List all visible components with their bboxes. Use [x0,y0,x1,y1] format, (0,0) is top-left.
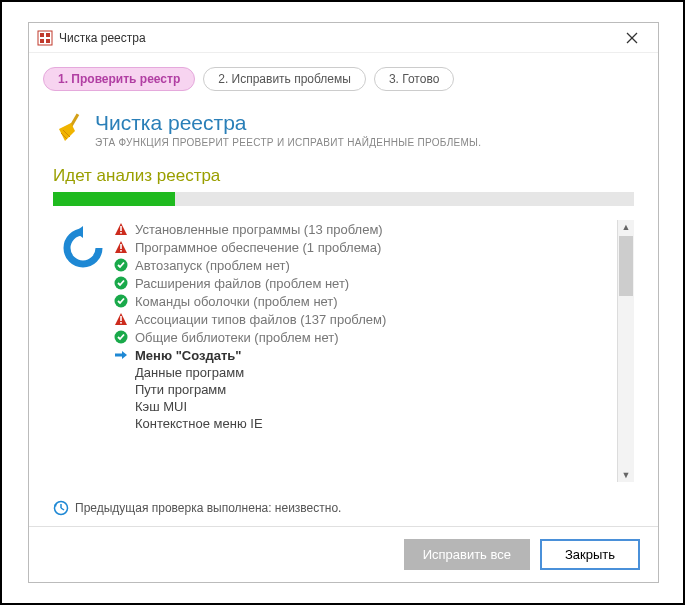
svg-rect-1 [40,33,44,37]
status-text: Идет анализ реестра [29,156,658,192]
check-icon [113,293,129,309]
svg-rect-3 [40,39,44,43]
svg-rect-21 [120,316,122,321]
close-button[interactable]: Закрыть [540,539,640,570]
list-item: Общие библиотеки (проблем нет) [113,328,611,346]
app-icon [37,30,53,46]
arrow-right-icon [113,347,129,363]
svg-marker-25 [122,351,127,359]
window-title: Чистка реестра [59,31,614,45]
warning-icon [113,221,129,237]
clock-icon [53,500,69,516]
stepper: 1. Проверить реестр 2. Исправить проблем… [29,53,658,97]
list-item: Команды оболочки (проблем нет) [113,292,611,310]
svg-rect-4 [46,39,50,43]
list-item: Данные программ [113,364,611,381]
svg-line-28 [61,508,64,510]
list-item: Контекстное меню IE [113,415,611,432]
list-item: Меню "Создать" [113,346,611,364]
previous-check: Предыдущая проверка выполнена: неизвестн… [29,490,658,526]
header: Чистка реестра ЭТА ФУНКЦИЯ ПРОВЕРИТ РЕЕС… [29,97,658,156]
list-item: Автозапуск (проблем нет) [113,256,611,274]
title-bar: Чистка реестра [29,23,658,53]
svg-rect-16 [120,250,122,252]
scrollbar[interactable]: ▲ ▼ [618,220,634,482]
step-2[interactable]: 2. Исправить проблемы [203,67,366,91]
list-item: Расширения файлов (проблем нет) [113,274,611,292]
progress-fill [53,192,175,206]
list-item: Программное обеспечение (1 проблема) [113,238,611,256]
dialog-window: Чистка реестра 1. Проверить реестр 2. Ис… [28,22,659,583]
svg-rect-24 [115,354,122,357]
step-3[interactable]: 3. Готово [374,67,454,91]
results-list: Установленные программы (13 проблем) Про… [113,220,618,482]
page-subtitle: ЭТА ФУНКЦИЯ ПРОВЕРИТ РЕЕСТР И ИСПРАВИТ Н… [95,137,481,148]
check-icon [113,257,129,273]
warning-icon [113,311,129,327]
step-1[interactable]: 1. Проверить реестр [43,67,195,91]
previous-check-text: Предыдущая проверка выполнена: неизвестн… [75,501,341,515]
broom-icon [53,111,85,143]
svg-rect-2 [46,33,50,37]
scroll-down-icon[interactable]: ▼ [622,468,631,482]
list-item: Пути программ [113,381,611,398]
warning-icon [113,239,129,255]
list-item: Ассоциации типов файлов (137 проблем) [113,310,611,328]
fix-all-button[interactable]: Исправить все [404,539,530,570]
progress-bar [53,192,634,206]
scrollbar-thumb[interactable] [619,236,633,296]
page-title: Чистка реестра [95,111,481,135]
check-icon [113,329,129,345]
scanning-icon [53,220,113,482]
check-icon [113,275,129,291]
svg-rect-15 [120,244,122,249]
svg-rect-22 [120,322,122,324]
footer: Исправить все Закрыть [29,526,658,582]
close-icon[interactable] [614,25,650,51]
list-item: Кэш MUI [113,398,611,415]
list-item: Установленные программы (13 проблем) [113,220,611,238]
svg-rect-13 [120,232,122,234]
svg-rect-12 [120,226,122,231]
scroll-up-icon[interactable]: ▲ [622,220,631,234]
